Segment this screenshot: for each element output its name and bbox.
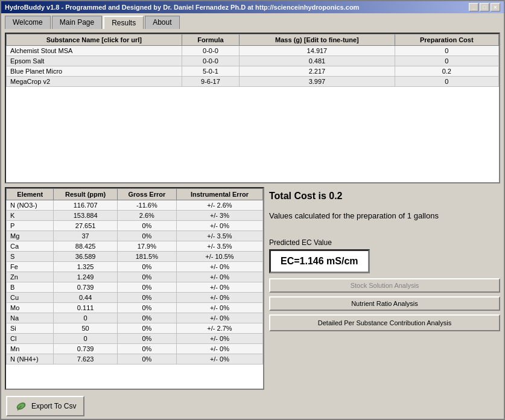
table-row[interactable]: MegaCrop v2 9-6-17 3.997 0 bbox=[7, 77, 499, 87]
cell-mass: 3.997 bbox=[240, 77, 395, 87]
cell-element: Ca bbox=[7, 241, 54, 252]
cell-result: 0.739 bbox=[54, 344, 117, 354]
table-row: Mo 0.111 0% +/- 0% bbox=[7, 303, 263, 313]
cell-instrumental: +/- 2.6% bbox=[176, 200, 262, 211]
cell-instrumental: +/- 0% bbox=[176, 313, 262, 323]
cell-instrumental: +/- 3% bbox=[176, 211, 262, 221]
cell-result: 36.589 bbox=[54, 252, 117, 262]
tab-about[interactable]: About bbox=[145, 16, 179, 29]
top-table-container: Substance Name [click for url] Formula M… bbox=[5, 33, 500, 183]
ec-display: EC=1.146 mS/cm bbox=[269, 249, 370, 273]
cell-instrumental: +/- 0% bbox=[176, 334, 262, 344]
leaf-icon bbox=[14, 399, 28, 413]
cell-result: 7.623 bbox=[54, 354, 117, 364]
cell-gross: 0% bbox=[117, 282, 176, 293]
cell-element: S bbox=[7, 252, 54, 262]
cell-gross: 0% bbox=[117, 221, 176, 231]
table-row[interactable]: Epsom Salt 0-0-0 0.481 0 bbox=[7, 56, 499, 66]
cell-element: Cu bbox=[7, 293, 54, 303]
table-row: Na 0 0% +/- 0% bbox=[7, 313, 263, 323]
cell-cost: 0 bbox=[395, 56, 498, 66]
table-row[interactable]: Alchemist Stout MSA 0-0-0 14.917 0 bbox=[7, 46, 499, 56]
table-row[interactable]: Blue Planet Micro 5-0-1 2.217 0.2 bbox=[7, 66, 499, 77]
cell-instrumental: +/- 10.5% bbox=[176, 252, 262, 262]
tab-welcome[interactable]: Welcome bbox=[5, 16, 51, 29]
cell-gross: 0% bbox=[117, 323, 176, 334]
export-label: Export To Csv bbox=[31, 402, 76, 410]
cell-cost: 0 bbox=[395, 77, 498, 87]
cell-instrumental: +/- 3.5% bbox=[176, 231, 262, 241]
cell-gross: 0% bbox=[117, 231, 176, 241]
cell-name: Epsom Salt bbox=[7, 56, 182, 66]
tab-bar: Welcome Main Page Results About bbox=[1, 13, 504, 29]
table-row: K 153.884 2.6% +/- 3% bbox=[7, 211, 263, 221]
cell-result: 0 bbox=[54, 334, 117, 344]
table-row: N (NO3-) 116.707 -11.6% +/- 2.6% bbox=[7, 200, 263, 211]
table-row: Zn 1.249 0% +/- 0% bbox=[7, 272, 263, 282]
table-row: Cu 0.44 0% +/- 0% bbox=[7, 293, 263, 303]
cell-instrumental: +/- 0% bbox=[176, 344, 262, 354]
cell-gross: 181.5% bbox=[117, 252, 176, 262]
cell-result: 88.425 bbox=[54, 241, 117, 252]
table-row: Si 50 0% +/- 2.7% bbox=[7, 323, 263, 334]
cell-instrumental: +/- 0% bbox=[176, 282, 262, 293]
element-table: Element Result (ppm) Gross Error Instrum… bbox=[6, 188, 263, 364]
cell-mass: 2.217 bbox=[240, 66, 395, 77]
cell-gross: 0% bbox=[117, 262, 176, 272]
total-cost-label: Total Cost is 0.2 bbox=[269, 187, 500, 205]
cell-instrumental: +/- 0% bbox=[176, 293, 262, 303]
cell-gross: 2.6% bbox=[117, 211, 176, 221]
maximize-button[interactable]: □ bbox=[480, 3, 489, 11]
bottom-section: Element Result (ppm) Gross Error Instrum… bbox=[5, 187, 500, 390]
cell-instrumental: +/- 0% bbox=[176, 262, 262, 272]
values-label: Values calculated for the preparation of… bbox=[269, 210, 500, 221]
cell-instrumental: +/- 0% bbox=[176, 303, 262, 313]
cell-gross: 0% bbox=[117, 344, 176, 354]
contribution-button[interactable]: Detailed Per Substance Contribution Anal… bbox=[269, 314, 500, 331]
cell-instrumental: +/- 0% bbox=[176, 354, 262, 364]
cell-gross: 0% bbox=[117, 303, 176, 313]
cell-instrumental: +/- 0% bbox=[176, 221, 262, 231]
export-button[interactable]: Export To Csv bbox=[6, 396, 84, 416]
tab-main-page[interactable]: Main Page bbox=[52, 16, 102, 29]
table-row: S 36.589 181.5% +/- 10.5% bbox=[7, 252, 263, 262]
nutrient-ratio-button[interactable]: Nutrient Ratio Analysis bbox=[269, 296, 500, 311]
col-header-formula: Formula bbox=[182, 34, 240, 46]
cell-name: Blue Planet Micro bbox=[7, 66, 182, 77]
cell-name: Alchemist Stout MSA bbox=[7, 46, 182, 56]
cell-result: 37 bbox=[54, 231, 117, 241]
cell-instrumental: +/- 0% bbox=[176, 272, 262, 282]
cell-element: Fe bbox=[7, 262, 54, 272]
cell-gross: 0% bbox=[117, 293, 176, 303]
table-row: Fe 1.325 0% +/- 0% bbox=[7, 262, 263, 272]
window-title: HydroBuddy v1.8 - Programmed and Designe… bbox=[5, 4, 359, 11]
buttons-section: Stock Solution Analysis Nutrient Ratio A… bbox=[269, 278, 500, 331]
cell-element: P bbox=[7, 221, 54, 231]
cell-gross: 0% bbox=[117, 313, 176, 323]
cell-formula: 5-0-1 bbox=[182, 66, 240, 77]
cell-gross: 17.9% bbox=[117, 241, 176, 252]
ec-section: Predicted EC Value EC=1.146 mS/cm bbox=[269, 238, 500, 273]
cell-cost: 0 bbox=[395, 46, 498, 56]
table-row: Mn 0.739 0% +/- 0% bbox=[7, 344, 263, 354]
minimize-button[interactable]: _ bbox=[469, 3, 478, 11]
close-button[interactable]: × bbox=[491, 3, 500, 11]
stock-solution-button[interactable]: Stock Solution Analysis bbox=[269, 278, 500, 293]
col-result: Result (ppm) bbox=[54, 189, 117, 200]
cell-name: MegaCrop v2 bbox=[7, 77, 182, 87]
main-window: HydroBuddy v1.8 - Programmed and Designe… bbox=[0, 0, 505, 420]
cell-result: 1.325 bbox=[54, 262, 117, 272]
col-header-mass: Mass (g) [Edit to fine-tune] bbox=[240, 34, 395, 46]
ec-label: Predicted EC Value bbox=[269, 238, 332, 247]
tab-results[interactable]: Results bbox=[103, 16, 144, 29]
cell-gross: -11.6% bbox=[117, 200, 176, 211]
col-gross: Gross Error bbox=[117, 189, 176, 200]
cell-formula: 9-6-17 bbox=[182, 77, 240, 87]
cell-element: Na bbox=[7, 313, 54, 323]
cell-result: 1.249 bbox=[54, 272, 117, 282]
cell-element: N (NO3-) bbox=[7, 200, 54, 211]
cell-formula: 0-0-0 bbox=[182, 46, 240, 56]
col-header-cost: Preparation Cost bbox=[395, 34, 498, 46]
col-element: Element bbox=[7, 189, 54, 200]
title-bar: HydroBuddy v1.8 - Programmed and Designe… bbox=[1, 1, 504, 13]
